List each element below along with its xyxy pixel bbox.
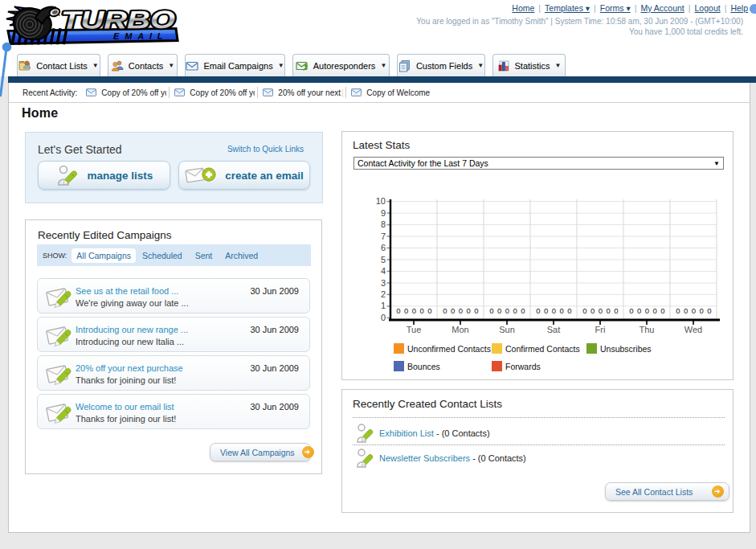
svg-text:0: 0 — [451, 306, 455, 315]
svg-text:Thu: Thu — [640, 325, 655, 334]
svg-text:0: 0 — [474, 306, 478, 315]
svg-text:7: 7 — [381, 231, 386, 241]
svg-text:0: 0 — [590, 306, 595, 315]
svg-text:Mon: Mon — [452, 325, 468, 334]
svg-text:0: 0 — [645, 306, 649, 315]
svg-text:0: 0 — [699, 306, 703, 315]
svg-text:Sun: Sun — [499, 325, 515, 334]
svg-text:0: 0 — [614, 306, 618, 315]
svg-text:0: 0 — [582, 306, 586, 315]
svg-text:Wed: Wed — [684, 325, 702, 334]
svg-text:0: 0 — [466, 306, 470, 315]
svg-text:6: 6 — [381, 243, 386, 252]
svg-text:4: 4 — [381, 266, 386, 276]
svg-text:0: 0 — [599, 306, 603, 315]
svg-text:10: 10 — [376, 196, 386, 206]
svg-text:0: 0 — [419, 306, 423, 315]
svg-text:0: 0 — [559, 306, 563, 315]
svg-text:0: 0 — [497, 306, 501, 315]
svg-text:0: 0 — [660, 306, 664, 315]
svg-text:0: 0 — [707, 306, 711, 315]
svg-text:0: 0 — [637, 306, 641, 315]
svg-text:0: 0 — [552, 306, 556, 315]
svg-text:0: 0 — [536, 306, 540, 315]
svg-text:0: 0 — [489, 306, 493, 315]
svg-text:0: 0 — [404, 306, 408, 315]
svg-text:0: 0 — [684, 306, 688, 315]
svg-text:Fri: Fri — [595, 325, 606, 334]
svg-text:0: 0 — [459, 306, 463, 315]
svg-text:3: 3 — [381, 278, 386, 288]
svg-text:Sat: Sat — [547, 325, 561, 334]
svg-text:0: 0 — [412, 306, 416, 315]
svg-text:TURBO: TURBO — [61, 6, 175, 35]
svg-text:0: 0 — [606, 306, 610, 315]
svg-text:0: 0 — [544, 306, 548, 315]
svg-text:0: 0 — [513, 306, 517, 315]
svg-text:0: 0 — [427, 306, 431, 315]
svg-text:0: 0 — [629, 306, 633, 315]
svg-text:5: 5 — [381, 255, 386, 264]
svg-text:0: 0 — [676, 306, 680, 315]
svg-text:1: 1 — [381, 301, 386, 310]
svg-text:0: 0 — [443, 306, 447, 315]
svg-text:0: 0 — [381, 313, 386, 322]
svg-text:2: 2 — [381, 289, 386, 299]
svg-text:8: 8 — [381, 219, 386, 229]
svg-text:0: 0 — [692, 306, 696, 315]
svg-text:9: 9 — [381, 208, 386, 218]
svg-text:0: 0 — [567, 306, 571, 315]
svg-text:0: 0 — [652, 306, 656, 315]
svg-text:0: 0 — [521, 306, 525, 315]
svg-text:Tue: Tue — [407, 325, 422, 334]
svg-text:0: 0 — [505, 306, 509, 315]
svg-text:0: 0 — [396, 306, 400, 315]
